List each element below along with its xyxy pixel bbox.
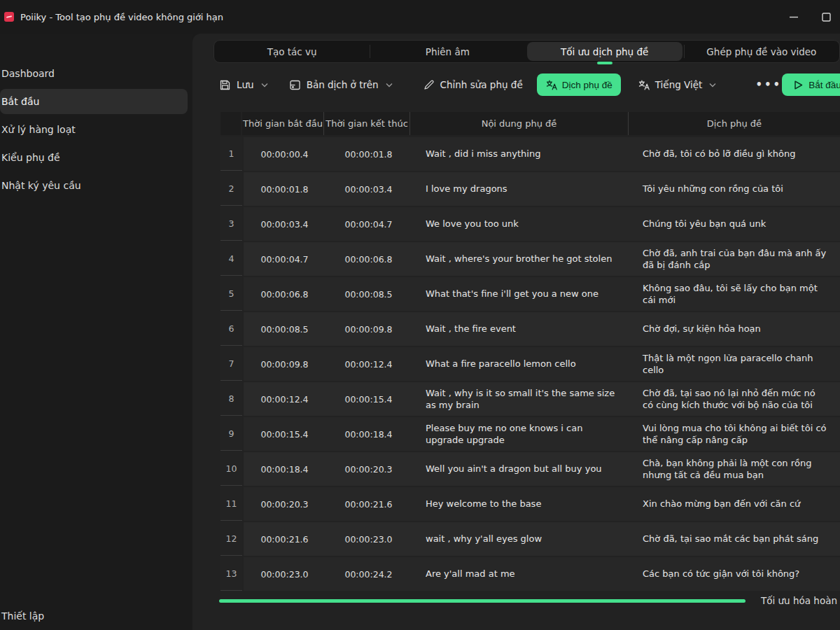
tab-transcribe[interactable]: Phiên âm xyxy=(370,41,525,62)
translate-icon xyxy=(638,79,650,91)
subtitle-translation-cell[interactable]: Chờ đã, tại sao nó lại nhỏ đến mức nó có… xyxy=(630,382,840,416)
start-time-cell[interactable]: 00:00:03.4 xyxy=(244,207,326,241)
subtitle-content-cell[interactable]: wait , why y'all eyes glow xyxy=(412,522,630,556)
table-row[interactable]: 8 00:00:12.4 00:00:15.4 Wait , why is it… xyxy=(220,382,840,416)
table-row[interactable]: 9 00:00:15.4 00:00:18.4 Please buy me no… xyxy=(220,417,840,451)
start-time-cell[interactable]: 00:00:01.8 xyxy=(244,172,326,206)
start-time-cell[interactable]: 00:00:15.4 xyxy=(244,417,326,451)
subtitle-content-cell[interactable]: Well you ain't a dragon but all buy you xyxy=(412,452,630,486)
translation-position-dropdown[interactable]: Bản dịch ở trên xyxy=(289,79,393,91)
table-row[interactable]: 10 00:00:18.4 00:00:20.3 Well you ain't … xyxy=(220,452,840,486)
layout-icon xyxy=(289,79,301,91)
subtitle-translation-cell[interactable]: Tôi yêu những con rồng của tôi xyxy=(630,172,840,206)
subtitle-translation-cell[interactable]: Chờ đã, tại sao mắt các bạn phát sáng xyxy=(630,522,840,556)
end-time-cell[interactable]: 00:00:01.8 xyxy=(326,137,412,171)
start-time-cell[interactable]: 00:00:20.3 xyxy=(244,487,326,521)
play-icon xyxy=(793,80,804,90)
subtitle-content-cell[interactable]: What that's fine i'll get you a new one xyxy=(412,277,630,311)
subtitle-translation-cell[interactable]: Chờ đã, tôi có bỏ lỡ điều gì không xyxy=(630,137,840,171)
start-time-cell[interactable]: 00:00:21.6 xyxy=(244,522,326,556)
table-row[interactable]: 11 00:00:20.3 00:00:21.6 Hey welcome to … xyxy=(220,487,840,521)
subtitle-content-cell[interactable]: Are y'all mad at me xyxy=(412,557,630,591)
subtitle-content-cell[interactable]: Wait , why is it so small it's the same … xyxy=(412,382,630,416)
start-time-cell[interactable]: 00:00:00.4 xyxy=(244,137,326,171)
end-time-cell[interactable]: 00:00:20.3 xyxy=(326,452,412,486)
table-row[interactable]: 4 00:00:04.7 00:00:06.8 Wait , where's y… xyxy=(220,242,840,276)
subtitle-content-cell[interactable]: Wait , where's your brother he got stole… xyxy=(412,242,630,276)
end-time-cell[interactable]: 00:00:12.4 xyxy=(326,347,412,381)
row-number-cell: 13 xyxy=(220,557,242,591)
more-options-button[interactable]: ••• xyxy=(755,78,782,91)
toolbar: Lưu Bản dịch ở trên Chỉnh sửa phụ đề xyxy=(219,72,840,97)
subtitle-translation-cell[interactable]: Chúng tôi yêu bạn quá unk xyxy=(630,207,840,241)
sidebar-item-batch[interactable]: Xử lý hàng loạt xyxy=(0,117,188,142)
subtitle-content-cell[interactable]: Please buy me no one knows i can upgrade… xyxy=(412,417,630,451)
subtitle-content-cell[interactable]: I love my dragons xyxy=(412,172,630,206)
end-time-cell[interactable]: 00:00:15.4 xyxy=(326,382,412,416)
subtitle-content-cell[interactable]: We love you too unk xyxy=(412,207,630,241)
start-time-cell[interactable]: 00:00:08.5 xyxy=(244,312,326,346)
start-time-cell[interactable]: 00:00:18.4 xyxy=(244,452,326,486)
subtitle-content-cell[interactable]: Wait , the fire event xyxy=(412,312,630,346)
start-time-cell[interactable]: 00:00:04.7 xyxy=(244,242,326,276)
end-time-cell[interactable]: 00:00:03.4 xyxy=(326,172,412,206)
end-time-cell[interactable]: 00:00:06.8 xyxy=(326,242,412,276)
subtitle-translation-cell[interactable]: Xin chào mừng bạn đến với căn cứ xyxy=(630,487,840,521)
table-row[interactable]: 5 00:00:06.8 00:00:08.5 What that's fine… xyxy=(220,277,840,311)
subtitle-translation-cell[interactable]: Các bạn có tức giận với tôi không? xyxy=(630,557,840,591)
language-label: Tiếng Việt xyxy=(655,79,703,90)
subtitle-translation-cell[interactable]: Thật là một ngọn lửa paracello chanh cel… xyxy=(630,347,840,381)
start-time-cell[interactable]: 00:00:06.8 xyxy=(244,277,326,311)
end-time-cell[interactable]: 00:00:18.4 xyxy=(326,417,412,451)
table-row[interactable]: 1 00:00:00.4 00:00:01.8 Wait , did i mis… xyxy=(220,137,840,171)
sidebar-item-subtitle-style[interactable]: Kiểu phụ đề xyxy=(0,145,188,170)
start-time-cell[interactable]: 00:00:23.0 xyxy=(244,557,326,591)
table-row[interactable]: 13 00:00:23.0 00:00:24.2 Are y'all mad a… xyxy=(220,557,840,591)
language-dropdown[interactable]: Tiếng Việt xyxy=(638,79,717,91)
subtitle-content-cell[interactable]: Hey welcome to the base xyxy=(412,487,630,521)
tab-merge-video[interactable]: Ghép phụ đề vào video xyxy=(684,41,839,62)
tab-optimize-translate[interactable]: Tối ưu dịch phụ đề xyxy=(527,42,682,61)
row-number-cell: 7 xyxy=(220,347,242,381)
table-row[interactable]: 3 00:00:03.4 00:00:04.7 We love you too … xyxy=(220,207,840,241)
end-time-cell[interactable]: 00:00:23.0 xyxy=(326,522,412,556)
table-row[interactable]: 2 00:00:01.8 00:00:03.4 I love my dragon… xyxy=(220,172,840,206)
minimize-icon xyxy=(789,12,799,22)
sidebar-item-request-log[interactable]: Nhật ký yêu cầu xyxy=(0,173,188,198)
subtitle-content-cell[interactable]: What a fire paracello lemon cello xyxy=(412,347,630,381)
minimize-button[interactable] xyxy=(777,0,810,34)
subtitle-translation-cell[interactable]: Không sao đâu, tôi sẽ lấy cho bạn một cá… xyxy=(630,277,840,311)
sidebar-item-dashboard[interactable]: Dashboard xyxy=(0,61,188,86)
edit-subtitle-button[interactable]: Chỉnh sửa phụ đề xyxy=(424,79,523,90)
row-number-cell: 10 xyxy=(220,452,242,486)
titlebar: Poiiky - Tool tạo phụ đề video không giớ… xyxy=(0,0,840,34)
window-title: Poiiky - Tool tạo phụ đề video không giớ… xyxy=(20,12,223,22)
row-number-cell: 11 xyxy=(220,487,242,521)
header-content: Nội dung phụ đề xyxy=(410,112,629,135)
translation-position-label: Bản dịch ở trên xyxy=(307,79,379,90)
table-row[interactable]: 6 00:00:08.5 00:00:09.8 Wait , the fire … xyxy=(220,312,840,346)
subtitle-content-cell[interactable]: Wait , did i miss anything xyxy=(412,137,630,171)
end-time-cell[interactable]: 00:00:09.8 xyxy=(326,312,412,346)
start-time-cell[interactable]: 00:00:12.4 xyxy=(244,382,326,416)
tab-create-task[interactable]: Tạo tác vụ xyxy=(214,41,370,62)
table-row[interactable]: 7 00:00:09.8 00:00:12.4 What a fire para… xyxy=(220,347,840,381)
subtitle-translation-cell[interactable]: Chà, bạn không phải là một con rồng nhưn… xyxy=(630,452,840,486)
end-time-cell[interactable]: 00:00:04.7 xyxy=(326,207,412,241)
end-time-cell[interactable]: 00:00:24.2 xyxy=(326,557,412,591)
row-number-cell: 2 xyxy=(220,172,242,206)
window-controls xyxy=(777,0,840,34)
start-time-cell[interactable]: 00:00:09.8 xyxy=(244,347,326,381)
end-time-cell[interactable]: 00:00:21.6 xyxy=(326,487,412,521)
translate-subtitle-button[interactable]: Dịch phụ đề xyxy=(537,74,621,96)
maximize-button[interactable] xyxy=(810,0,840,34)
sidebar-item-settings[interactable]: Thiết lập xyxy=(0,606,188,626)
table-row[interactable]: 12 00:00:21.6 00:00:23.0 wait , why y'al… xyxy=(220,522,840,556)
subtitle-translation-cell[interactable]: Chờ đợi, sự kiện hỏa hoạn xyxy=(630,312,840,346)
end-time-cell[interactable]: 00:00:08.5 xyxy=(326,277,412,311)
subtitle-translation-cell[interactable]: Vui lòng mua cho tôi không ai biết tôi c… xyxy=(630,417,840,451)
sidebar-item-start[interactable]: Bắt đầu xyxy=(0,89,188,114)
subtitle-translation-cell[interactable]: Chờ đã, anh trai của bạn đâu mà anh ấy đ… xyxy=(630,242,840,276)
save-button[interactable]: Lưu xyxy=(219,79,268,91)
start-button[interactable]: Bắt đầu xyxy=(782,74,840,96)
